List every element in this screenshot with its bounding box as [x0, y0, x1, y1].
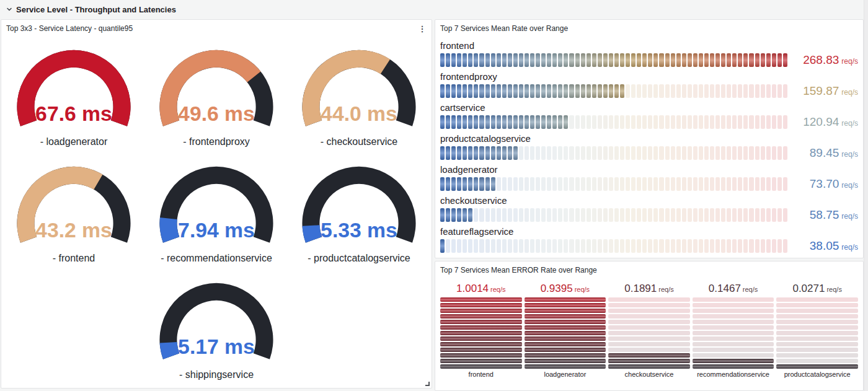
lcd-cell — [693, 342, 774, 346]
lcd-cell — [519, 208, 523, 222]
lcd-cell — [693, 364, 774, 369]
lcd-cell — [777, 115, 782, 129]
lcd-cell — [513, 177, 518, 191]
rate-bar-gauge — [440, 239, 787, 253]
lcd-cell — [676, 146, 681, 160]
lcd-cell — [451, 115, 456, 129]
gauge: 43.2 ms- frontend — [2, 154, 145, 270]
lcd-cell — [704, 239, 709, 253]
rate-value-unit: req/s — [841, 57, 858, 66]
gauge-value: 49.6 ms — [178, 101, 255, 125]
lcd-cell — [463, 239, 467, 253]
lcd-cell — [581, 239, 585, 253]
rate-value-number: 58.75 — [810, 208, 839, 222]
lcd-cell — [776, 297, 858, 302]
rate-value: 58.75req/s — [787, 208, 858, 222]
lcd-cell — [776, 359, 858, 363]
lcd-cell — [497, 177, 501, 191]
lcd-cell — [721, 239, 725, 253]
lcd-cell — [715, 53, 720, 67]
lcd-cell — [710, 53, 714, 67]
lcd-cell — [653, 177, 658, 191]
lcd-cell — [468, 239, 472, 253]
lcd-cell — [721, 115, 725, 129]
dashboard-row-header[interactable]: Service Level - Throughput and Latencies — [0, 0, 868, 19]
lcd-cell — [575, 208, 580, 222]
rate-value: 159.87req/s — [787, 84, 858, 98]
lcd-cell — [491, 53, 495, 67]
lcd-cell — [665, 53, 670, 67]
rate-value-number: 73.70 — [810, 177, 839, 191]
lcd-cell — [743, 239, 748, 253]
page-scrollbar-track[interactable] — [864, 0, 868, 391]
lcd-cell — [761, 53, 765, 67]
lcd-cell — [608, 359, 690, 363]
lcd-cell — [525, 115, 529, 129]
lcd-cell — [642, 84, 647, 98]
lcd-cell — [772, 53, 776, 67]
lcd-cell — [653, 146, 658, 160]
gauge: 5.33 ms- productcatalogservice — [288, 154, 430, 270]
rate-value-number: 89.45 — [810, 146, 839, 160]
lcd-cell — [581, 146, 585, 160]
lcd-cell — [485, 177, 490, 191]
lcd-cell — [783, 84, 787, 98]
error-service-name: loadgenerator — [525, 369, 606, 378]
gauge-arc: 44.0 ms — [293, 44, 425, 134]
lcd-cell — [609, 177, 613, 191]
lcd-cell — [693, 303, 774, 307]
lcd-cell — [440, 53, 445, 67]
rate-bar-line: 58.75req/s — [440, 208, 858, 222]
rate-panel-title[interactable]: Top 7 Services Mean Rate over Range — [440, 24, 568, 33]
lcd-cell — [440, 177, 445, 191]
gauge-label: - loadgenerator — [40, 136, 108, 147]
lcd-cell — [732, 115, 737, 129]
lcd-cell — [508, 115, 512, 129]
error-panel-title[interactable]: Top 7 Services Mean ERROR Rate over Rang… — [440, 266, 597, 275]
lcd-cell — [525, 336, 606, 341]
lcd-cell — [637, 239, 641, 253]
lcd-cell — [727, 177, 731, 191]
lcd-cell — [440, 303, 522, 307]
rate-row: cartservice120.94req/s — [440, 102, 858, 129]
lcd-cell — [508, 239, 512, 253]
lcd-cell — [575, 84, 580, 98]
lcd-cell — [776, 353, 858, 358]
lcd-cell — [609, 239, 613, 253]
lcd-cell — [440, 348, 522, 352]
latency-panel-title[interactable]: Top 3x3 - Service Latency - quantile95 — [6, 24, 133, 33]
lcd-cell — [519, 177, 523, 191]
gauge-grid: 67.6 ms- loadgenerator49.6 ms- frontendp… — [1, 37, 432, 387]
gauge: 67.6 ms- loadgenerator — [2, 37, 145, 154]
error-panel-header: Top 7 Services Mean ERROR Rate over Rang… — [435, 261, 863, 279]
lcd-cell — [525, 331, 606, 335]
lcd-cell — [642, 53, 647, 67]
chevron-down-icon[interactable] — [6, 6, 12, 12]
dashboard-row-title[interactable]: Service Level - Throughput and Latencies — [16, 5, 176, 14]
lcd-cell — [766, 53, 771, 67]
lcd-cell — [592, 239, 596, 253]
lcd-cell — [598, 208, 602, 222]
rate-service-name: cartservice — [440, 102, 858, 114]
lcd-cell — [552, 177, 557, 191]
rate-value: 73.70req/s — [787, 177, 858, 191]
lcd-cell — [659, 84, 663, 98]
lcd-cell — [558, 146, 562, 160]
lcd-cell — [755, 239, 760, 253]
lcd-cell — [463, 208, 467, 222]
lcd-cell — [603, 53, 608, 67]
rate-value-number: 38.05 — [810, 239, 839, 253]
lcd-cell — [479, 239, 484, 253]
lcd-cell — [693, 297, 774, 302]
rate-service-name: checkoutservice — [440, 195, 858, 207]
lcd-cell — [592, 53, 596, 67]
rate-row: frontendproxy159.87req/s — [440, 71, 858, 98]
gauge: 49.6 ms- frontendproxy — [145, 37, 288, 154]
lcd-cell — [626, 84, 630, 98]
rate-value-number: 268.83 — [803, 53, 839, 67]
lcd-cell — [497, 115, 501, 129]
panel-menu-kebab-icon[interactable]: ⋮ — [417, 23, 428, 34]
panel-resize-handle[interactable] — [425, 382, 430, 386]
lcd-cell — [463, 84, 467, 98]
lcd-cell — [776, 303, 858, 307]
